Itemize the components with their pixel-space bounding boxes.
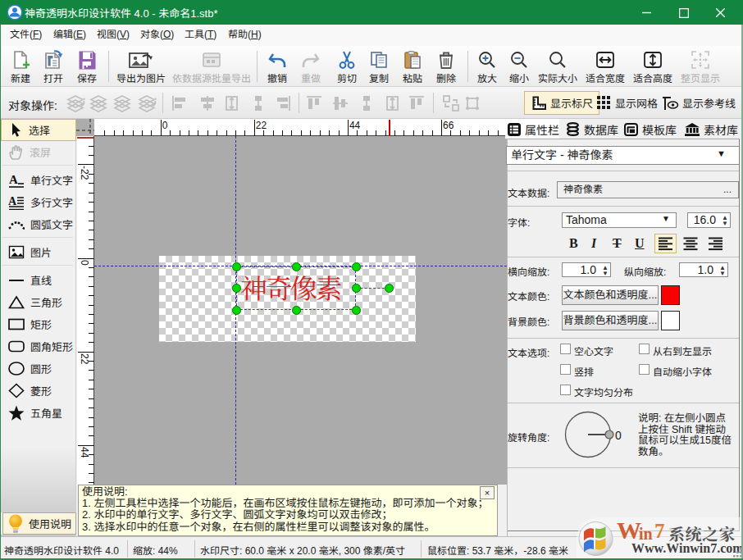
svg-text:A: A	[9, 173, 18, 186]
svg-text:A: A	[8, 195, 17, 207]
